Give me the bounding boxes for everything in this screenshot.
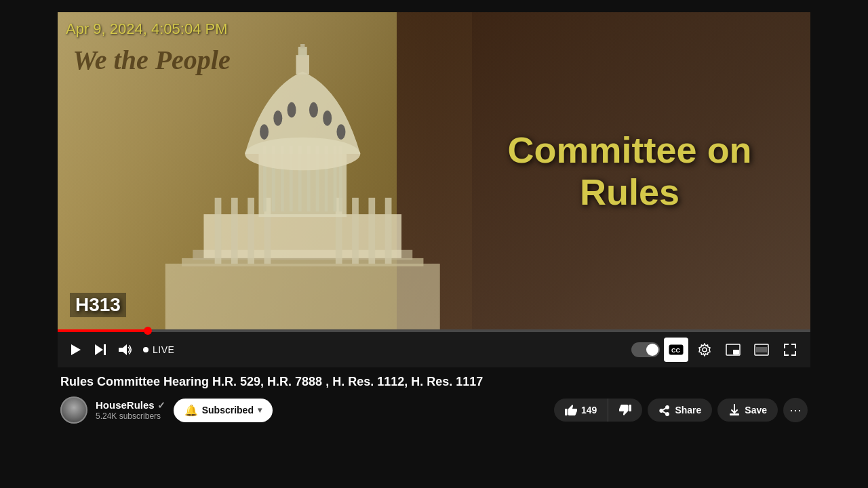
svg-marker-33 bbox=[71, 344, 81, 355]
save-button[interactable]: Save bbox=[717, 399, 778, 422]
like-count: 149 bbox=[581, 405, 597, 415]
fullscreen-button[interactable] bbox=[778, 338, 802, 362]
video-thumbnail[interactable]: We the People bbox=[58, 12, 810, 329]
video-timestamp: Apr 9, 2024, 4:05:04 PM bbox=[66, 20, 228, 38]
save-icon bbox=[728, 404, 741, 416]
svg-point-29 bbox=[336, 124, 345, 140]
channel-info: HouseRules ✓ 5.24K subscribers bbox=[96, 399, 165, 421]
channel-avatar[interactable] bbox=[60, 396, 87, 424]
svg-rect-45 bbox=[629, 405, 632, 411]
svg-rect-46 bbox=[730, 413, 739, 415]
svg-rect-11 bbox=[384, 198, 391, 264]
chevron-down-icon: ▾ bbox=[258, 405, 262, 415]
more-icon: ⋯ bbox=[789, 403, 802, 418]
capitol-dome-icon bbox=[96, 44, 510, 329]
thumbs-up-icon bbox=[565, 404, 577, 416]
next-icon bbox=[93, 343, 106, 357]
svg-point-39 bbox=[703, 348, 707, 352]
save-label: Save bbox=[745, 405, 767, 415]
action-buttons: 149 Share bbox=[554, 398, 808, 422]
svg-rect-6 bbox=[248, 198, 254, 264]
svg-rect-41 bbox=[733, 350, 739, 354]
svg-rect-9 bbox=[352, 198, 359, 264]
settings-button[interactable] bbox=[692, 338, 717, 362]
subscribe-label: Subscribed bbox=[202, 405, 254, 415]
like-button[interactable]: 149 bbox=[554, 399, 608, 422]
bell-icon: 🔔 bbox=[184, 404, 198, 417]
svg-marker-34 bbox=[95, 344, 103, 355]
verified-icon: ✓ bbox=[157, 400, 165, 411]
miniplayer-button[interactable] bbox=[721, 338, 745, 362]
captions-button[interactable]: CC bbox=[664, 338, 688, 362]
share-label: Share bbox=[675, 405, 701, 415]
live-badge: LIVE bbox=[143, 344, 174, 355]
play-icon bbox=[68, 343, 82, 357]
theater-button[interactable] bbox=[749, 338, 774, 362]
svg-rect-10 bbox=[368, 198, 375, 264]
svg-rect-43 bbox=[756, 347, 767, 352]
svg-point-28 bbox=[323, 110, 332, 126]
controls-right: CC bbox=[631, 338, 802, 362]
controls-bar: LIVE CC bbox=[58, 332, 810, 367]
channel-name: HouseRules ✓ bbox=[96, 399, 165, 411]
play-button[interactable] bbox=[66, 340, 85, 359]
settings-icon bbox=[698, 343, 711, 357]
subscribe-button[interactable]: 🔔 Subscribed ▾ bbox=[174, 399, 273, 422]
cc-icon: CC bbox=[669, 344, 684, 355]
committee-title: Committee on Rules bbox=[487, 129, 773, 213]
volume-button[interactable] bbox=[115, 340, 135, 359]
fullscreen-icon bbox=[783, 343, 797, 357]
toggle-knob bbox=[646, 344, 658, 356]
volume-icon bbox=[117, 343, 132, 357]
progress-bar-fill bbox=[58, 329, 148, 332]
miniplayer-icon bbox=[726, 344, 741, 356]
svg-point-24 bbox=[260, 124, 269, 140]
video-player: Apr 9, 2024, 4:05:04 PM We the People bbox=[58, 12, 810, 367]
video-title: Rules Committee Hearing H.R. 529, H.R. 7… bbox=[60, 374, 808, 390]
channel-row: HouseRules ✓ 5.24K subscribers 🔔 Subscri… bbox=[58, 396, 810, 424]
video-info: Rules Committee Hearing H.R. 529, H.R. 7… bbox=[58, 374, 810, 390]
progress-bar-track[interactable] bbox=[58, 329, 810, 332]
live-label: LIVE bbox=[153, 344, 174, 355]
share-icon bbox=[658, 404, 671, 416]
next-button[interactable] bbox=[90, 340, 109, 359]
more-button[interactable]: ⋯ bbox=[783, 398, 808, 422]
svg-rect-5 bbox=[231, 198, 237, 264]
thumbs-down-icon bbox=[619, 404, 631, 416]
svg-rect-4 bbox=[214, 198, 221, 264]
svg-rect-32 bbox=[300, 44, 304, 48]
channel-subscribers: 5.24K subscribers bbox=[96, 411, 165, 421]
live-dot bbox=[143, 347, 149, 352]
svg-rect-35 bbox=[104, 344, 106, 355]
theater-icon bbox=[754, 344, 769, 356]
svg-text:CC: CC bbox=[671, 347, 680, 354]
avatar-image bbox=[60, 396, 87, 424]
svg-marker-36 bbox=[119, 344, 127, 355]
channel-name-text: HouseRules bbox=[96, 399, 155, 411]
svg-point-25 bbox=[273, 110, 282, 126]
svg-rect-44 bbox=[565, 409, 568, 415]
svg-point-27 bbox=[309, 102, 317, 118]
dislike-button[interactable] bbox=[608, 399, 642, 422]
svg-point-26 bbox=[287, 102, 296, 118]
progress-container bbox=[58, 329, 810, 332]
h313-badge: H313 bbox=[70, 293, 126, 317]
svg-rect-30 bbox=[296, 55, 309, 74]
share-button[interactable]: Share bbox=[648, 399, 712, 422]
autoplay-toggle[interactable] bbox=[631, 342, 660, 357]
svg-rect-0 bbox=[165, 264, 439, 329]
like-dislike-group: 149 bbox=[554, 399, 642, 422]
